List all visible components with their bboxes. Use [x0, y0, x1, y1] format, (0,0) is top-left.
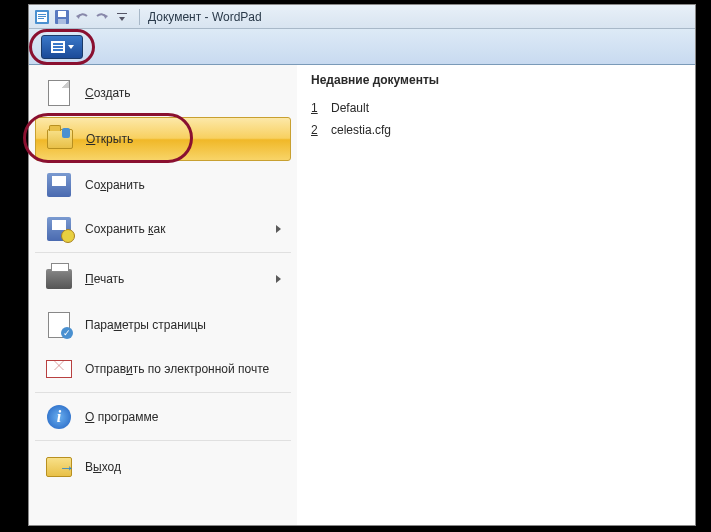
menu-label: Печать — [85, 272, 124, 286]
svg-rect-4 — [38, 18, 44, 19]
menu-item-sendmail[interactable]: Отправить по электронной почте — [35, 349, 291, 393]
mail-icon — [45, 355, 73, 383]
recent-document-item[interactable]: 1 Default — [311, 97, 681, 119]
save-icon — [45, 171, 73, 199]
file-menu-button[interactable] — [41, 35, 83, 59]
recent-documents-panel: Недавние документы 1 Default 2 celestia.… — [297, 65, 695, 525]
file-menu-commands: Создать Открыть Сохранить Сохранить как — [29, 65, 297, 525]
divider — [139, 9, 140, 25]
printer-icon — [45, 265, 73, 293]
window-title: Документ - WordPad — [148, 10, 262, 24]
svg-rect-3 — [38, 16, 46, 17]
quick-access-toolbar — [33, 8, 131, 26]
menu-label: Выход — [85, 460, 121, 474]
recent-num: 2 — [311, 123, 321, 137]
menu-label: Создать — [85, 86, 131, 100]
recent-num: 1 — [311, 101, 321, 115]
menu-item-exit[interactable]: Выход — [35, 445, 291, 489]
recent-name: Default — [331, 101, 369, 115]
recent-name: celestia.cfg — [331, 123, 391, 137]
menu-label: Сохранить как — [85, 222, 165, 236]
menu-item-open[interactable]: Открыть — [35, 117, 291, 161]
page-setup-icon — [45, 311, 73, 339]
menu-item-pagesetup[interactable]: Параметры страницы — [35, 303, 291, 347]
menu-label: Отправить по электронной почте — [85, 362, 269, 376]
recent-document-item[interactable]: 2 celestia.cfg — [311, 119, 681, 141]
svg-rect-8 — [117, 13, 127, 14]
info-icon: i — [45, 403, 73, 431]
submenu-arrow-icon — [276, 275, 281, 283]
recent-header: Недавние документы — [311, 73, 681, 87]
save-icon[interactable] — [53, 8, 71, 26]
redo-icon[interactable] — [93, 8, 111, 26]
svg-rect-6 — [58, 11, 66, 17]
file-menu-icon — [51, 41, 65, 53]
ribbon-tabs — [29, 29, 695, 65]
menu-item-new[interactable]: Создать — [35, 71, 291, 115]
folder-open-icon — [46, 125, 74, 153]
menu-label: Открыть — [86, 132, 133, 146]
titlebar: Документ - WordPad — [29, 5, 695, 29]
menu-item-saveas[interactable]: Сохранить как — [35, 209, 291, 253]
file-menu-panel: Создать Открыть Сохранить Сохранить как — [29, 65, 695, 525]
menu-label: Параметры страницы — [85, 318, 206, 332]
menu-item-save[interactable]: Сохранить — [35, 163, 291, 207]
menu-label: О программе — [85, 410, 158, 424]
app-icon[interactable] — [33, 8, 51, 26]
new-document-icon — [45, 79, 73, 107]
submenu-arrow-icon — [276, 225, 281, 233]
menu-item-about[interactable]: i О программе — [35, 397, 291, 441]
menu-item-print[interactable]: Печать — [35, 257, 291, 301]
app-window: Документ - WordPad Создать Открыть — [28, 4, 696, 526]
dropdown-arrow-icon — [68, 45, 74, 49]
menu-label: Сохранить — [85, 178, 145, 192]
undo-icon[interactable] — [73, 8, 91, 26]
svg-rect-2 — [38, 14, 46, 15]
svg-rect-7 — [58, 19, 66, 24]
save-as-icon — [45, 215, 73, 243]
qat-customize-icon[interactable] — [113, 8, 131, 26]
exit-icon — [45, 453, 73, 481]
